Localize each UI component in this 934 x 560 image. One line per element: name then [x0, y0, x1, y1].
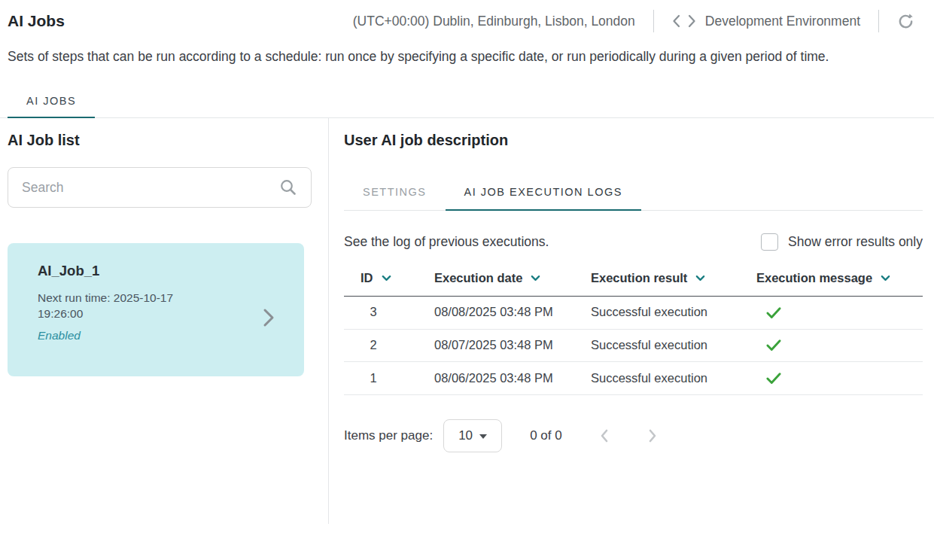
error-filter-control[interactable]: Show error results only — [761, 233, 923, 251]
job-name: AI_Job_1 — [38, 263, 251, 279]
refresh-icon — [897, 13, 914, 30]
top-bar-right: (UTC+00:00) Dublin, Edinburgh, Lisbon, L… — [353, 10, 914, 32]
detail-tabbar: SETTINGS AI JOB EXECUTION LOGS — [344, 177, 923, 211]
column-header-id[interactable]: ID — [344, 271, 434, 297]
success-check-icon — [765, 372, 782, 385]
items-per-page-select[interactable]: 10 — [443, 419, 502, 452]
code-icon — [672, 14, 696, 29]
cell-execution-result: Successful execution — [591, 297, 756, 330]
page-description: Sets of steps that can be run according … — [8, 46, 892, 68]
column-header-execution-date[interactable]: Execution date — [434, 271, 591, 297]
chevron-right-icon[interactable] — [260, 306, 277, 329]
job-next-run: Next run time: 2025-10-17 19:26:00 — [38, 290, 209, 322]
cell-execution-message — [756, 329, 923, 362]
cell-execution-message — [756, 297, 923, 330]
search-input[interactable] — [22, 180, 279, 196]
tab-ai-jobs[interactable]: AI JOBS — [8, 86, 95, 118]
cell-id: 3 — [344, 297, 434, 330]
job-card[interactable]: AI_Job_1 Next run time: 2025-10-17 19:26… — [8, 243, 304, 376]
chevron-right-icon — [646, 428, 659, 444]
sort-chevron-icon[interactable] — [530, 272, 541, 284]
column-header-execution-result[interactable]: Execution result — [591, 271, 756, 297]
environment-label: Development Environment — [705, 14, 860, 29]
job-status: Enabled — [38, 329, 251, 342]
chevron-left-icon — [598, 428, 610, 444]
page-range-label: 0 of 0 — [530, 428, 562, 443]
column-label: Execution result — [591, 271, 687, 285]
column-header-execution-message[interactable]: Execution message — [756, 271, 923, 297]
success-check-icon — [765, 306, 782, 320]
sort-chevron-icon[interactable] — [695, 272, 706, 284]
log-toolbar: See the log of previous executions. Show… — [344, 233, 923, 251]
search-icon — [279, 178, 297, 196]
main-tabbar: AI JOBS — [0, 86, 934, 118]
cell-id: 1 — [344, 362, 434, 395]
table-row[interactable]: 2 08/07/2025 03:48 PM Successful executi… — [344, 329, 923, 362]
column-label: Execution date — [434, 271, 522, 285]
job-list-title: AI Job list — [8, 132, 312, 149]
environment-selector[interactable]: Development Environment — [672, 14, 860, 29]
cell-execution-date: 08/07/2025 03:48 PM — [434, 329, 591, 362]
cell-execution-message — [756, 362, 923, 395]
job-list-panel: AI Job list AI_Job_1 Next run time: 2025… — [0, 118, 329, 524]
content-area: AI Job list AI_Job_1 Next run time: 2025… — [0, 118, 934, 524]
items-per-page-value: 10 — [458, 428, 473, 443]
items-per-page-label: Items per page: — [344, 428, 433, 443]
tab-execution-logs[interactable]: AI JOB EXECUTION LOGS — [446, 177, 641, 211]
column-label: ID — [361, 271, 373, 285]
error-filter-label: Show error results only — [788, 234, 923, 250]
app-window: AI Jobs (UTC+00:00) Dublin, Edinburgh, L… — [0, 0, 934, 560]
sort-chevron-icon[interactable] — [381, 272, 392, 284]
column-label: Execution message — [756, 271, 872, 285]
prev-page-button[interactable] — [598, 428, 610, 444]
log-intro-text: See the log of previous executions. — [344, 234, 549, 250]
cell-id: 2 — [344, 329, 434, 362]
divider — [653, 10, 654, 32]
cell-execution-result: Successful execution — [591, 329, 756, 362]
error-filter-checkbox[interactable] — [761, 233, 778, 251]
dropdown-arrow-icon — [479, 434, 487, 439]
page-title: AI Jobs — [8, 12, 65, 30]
job-detail-panel: User AI job description SETTINGS AI JOB … — [329, 118, 934, 524]
timezone-label[interactable]: (UTC+00:00) Dublin, Edinburgh, Lisbon, L… — [353, 14, 635, 29]
sort-chevron-icon[interactable] — [880, 272, 891, 284]
pagination-bar: Items per page: 10 0 of 0 — [344, 419, 923, 452]
refresh-button[interactable] — [897, 13, 914, 30]
tab-settings[interactable]: SETTINGS — [344, 177, 446, 211]
table-row[interactable]: 3 08/08/2025 03:48 PM Successful executi… — [344, 297, 923, 330]
detail-title: User AI job description — [344, 132, 923, 149]
top-bar: AI Jobs (UTC+00:00) Dublin, Edinburgh, L… — [0, 0, 934, 35]
search-box[interactable] — [8, 167, 312, 208]
table-row[interactable]: 1 08/06/2025 03:48 PM Successful executi… — [344, 362, 923, 395]
divider — [878, 10, 879, 32]
cell-execution-result: Successful execution — [591, 362, 756, 395]
cell-execution-date: 08/06/2025 03:48 PM — [434, 362, 591, 395]
success-check-icon — [765, 339, 782, 352]
execution-log-table: ID Execution date Execution result Execu… — [344, 271, 923, 395]
table-header-row: ID Execution date Execution result Execu… — [344, 271, 923, 297]
cell-execution-date: 08/08/2025 03:48 PM — [434, 297, 591, 330]
next-page-button[interactable] — [646, 428, 659, 444]
